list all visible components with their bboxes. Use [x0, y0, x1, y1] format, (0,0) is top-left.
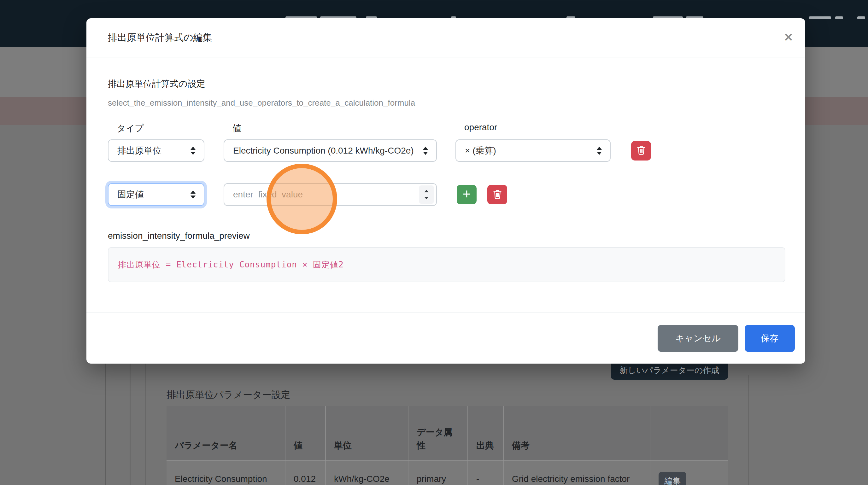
formula-settings-subtitle: select_the_emission_intensity_and_use_op…: [108, 97, 785, 108]
formula-term-row-2: 固定値 +: [108, 183, 785, 206]
formula-settings-heading: 排出原単位計算式の設定: [108, 77, 785, 90]
panel-border: [145, 364, 146, 485]
chevron-updown-icon: [423, 147, 428, 155]
col-header-parameter-name: パラメーター名: [166, 406, 285, 461]
cell-source: -: [468, 461, 503, 485]
cell-parameter-name: Electricity Consumption: [166, 461, 285, 485]
page-root: 新しいパラメーターの作成 排出原単位パラメーター設定 パラメーター名 値 単位 …: [0, 0, 868, 485]
form-column-labels: タイプ 値 operator: [108, 122, 785, 134]
cancel-button[interactable]: キャンセル: [658, 325, 738, 352]
trash-icon: [636, 144, 647, 157]
term1-value-text: Electricity Consumption (0.012 kWh/kg-CO…: [233, 146, 413, 156]
navbar-item-fragment: [857, 17, 865, 19]
trash-icon: [492, 189, 503, 201]
spinner-down-icon[interactable]: [424, 197, 429, 199]
term1-type-value: 排出原単位: [117, 145, 161, 157]
col-header-attribute: データ属性: [408, 406, 468, 461]
cell-actions: 編集: [650, 461, 728, 485]
operator-column-label: operator: [456, 122, 497, 134]
term2-type-select[interactable]: 固定値: [108, 183, 205, 206]
chevron-updown-icon: [190, 147, 195, 155]
col-header-unit: 単位: [326, 406, 408, 461]
navbar-item-fragment: [809, 17, 831, 19]
navbar-item-fragment: [835, 17, 843, 19]
col-header-actions: [650, 406, 728, 461]
modal-body: 排出原単位計算式の設定 select_the_emission_intensit…: [86, 57, 805, 282]
delete-term2-button[interactable]: [487, 185, 507, 204]
panel-border: [105, 364, 106, 485]
cell-attribute: primary: [408, 461, 468, 485]
save-button[interactable]: 保存: [745, 325, 795, 352]
parameter-table: パラメーター名 値 単位 データ属性 出典 備考 Electricity Con…: [166, 406, 728, 485]
chevron-updown-icon: [597, 147, 602, 155]
formula-term-row-1: 排出原単位 Electricity Consumption (0.012 kWh…: [108, 139, 785, 162]
edit-formula-modal: 排出原単位計算式の編集 ✕ 排出原単位計算式の設定 select_the_emi…: [86, 18, 805, 364]
type-column-label: タイプ: [108, 122, 224, 134]
table-header-row: パラメーター名 値 単位 データ属性 出典 備考: [166, 406, 728, 461]
term1-operator-select[interactable]: × (乗算): [456, 139, 611, 162]
chevron-updown-icon: [190, 191, 195, 199]
delete-term1-button[interactable]: [631, 141, 651, 161]
cell-unit: kWh/kg-CO2e: [326, 461, 408, 485]
create-parameter-button[interactable]: 新しいパラメーターの作成: [611, 361, 728, 380]
col-header-source: 出典: [468, 406, 503, 461]
term1-type-select[interactable]: 排出原単位: [108, 139, 205, 162]
number-spinner[interactable]: [419, 186, 434, 204]
term1-value-select[interactable]: Electricity Consumption (0.012 kWh/kg-CO…: [224, 139, 437, 162]
edit-button[interactable]: 編集: [658, 472, 686, 485]
term1-operator-value: × (乗算): [465, 145, 496, 157]
add-term-button[interactable]: +: [457, 185, 476, 204]
card-border: [748, 375, 749, 485]
table-row: Electricity Consumption 0.012 kWh/kg-CO2…: [166, 461, 728, 485]
fixed-value-input[interactable]: [224, 183, 437, 206]
parameter-table-section: 排出原単位パラメーター設定 パラメーター名 値 単位 データ属性 出典 備考 E…: [166, 388, 728, 485]
col-header-note: 備考: [503, 406, 650, 461]
cell-note: Grid electricity emission factor: [503, 461, 650, 485]
value-column-label: 値: [224, 122, 456, 134]
term2-type-value: 固定値: [117, 189, 144, 200]
parameter-table-heading: 排出原単位パラメーター設定: [166, 388, 728, 401]
col-header-value: 値: [285, 406, 326, 461]
modal-title: 排出原単位計算式の編集: [108, 31, 212, 44]
close-icon[interactable]: ✕: [781, 29, 796, 46]
plus-icon: +: [463, 187, 471, 201]
fixed-value-field-wrap: [224, 183, 437, 206]
formula-preview-box: 排出原単位 = Electricity Consumption × 固定値2: [108, 247, 785, 282]
modal-header: 排出原単位計算式の編集 ✕: [86, 18, 805, 57]
spinner-up-icon[interactable]: [424, 190, 429, 192]
modal-footer: キャンセル 保存: [86, 313, 805, 364]
formula-preview-label: emission_intensity_formula_preview: [108, 230, 785, 242]
cell-value: 0.012: [285, 461, 326, 485]
formula-preview-text: 排出原単位 = Electricity Consumption × 固定値2: [118, 259, 344, 270]
panel-border: [130, 364, 131, 485]
